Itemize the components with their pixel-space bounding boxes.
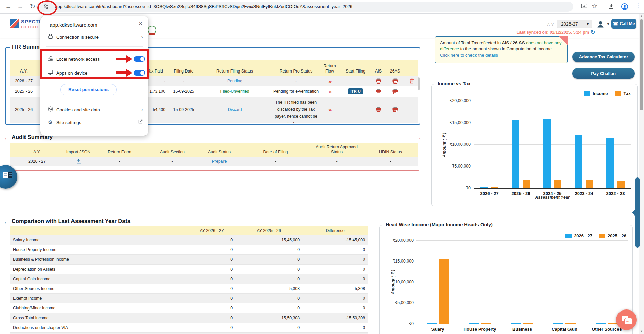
comparison-value-cell: 0 — [188, 255, 235, 264]
itr-cell-action — [405, 97, 418, 123]
bar-2026-27-Salary — [427, 323, 437, 324]
screen: ← → ↻ app.kdksoftware.com/itr/dashboard?… — [0, 0, 644, 334]
scroll-down-icon[interactable]: ▼ — [639, 330, 644, 333]
itr-cell-return-flow[interactable]: ››› — [319, 76, 340, 86]
back-icon[interactable]: ← — [4, 2, 13, 11]
legend-swatch — [599, 234, 605, 238]
pay-challan-button[interactable]: Pay Challan — [572, 68, 635, 79]
chevron-down-icon: ▼ — [586, 20, 589, 28]
bar-2026-27-Business — [511, 323, 521, 324]
comparison-value-cell: 0 — [302, 294, 368, 303]
menu-kebab-icon[interactable]: ⋮ — [635, 2, 641, 9]
bar-2025-26-OtherSources — [608, 323, 618, 324]
reset-permissions-button[interactable]: Reset permissions — [60, 84, 117, 95]
ais-pdf-icon[interactable] — [371, 86, 385, 97]
form26as-pdf-icon[interactable] — [385, 86, 405, 97]
itr-u-badge[interactable]: ITR-U — [348, 88, 363, 94]
comparison-table-row: Business & Profession Income000 — [10, 255, 368, 265]
gridline — [474, 188, 631, 189]
comparison-row-label: Business & Profession Income — [10, 255, 188, 264]
form26as-pdf-icon[interactable] — [385, 97, 405, 123]
user-avatar[interactable] — [596, 20, 605, 29]
audit-cell-udin: - — [363, 157, 418, 166]
chevrons-icon[interactable]: ››› — [328, 89, 331, 94]
chevrons-icon[interactable]: ››› — [328, 107, 331, 113]
chat-icon: ... — [625, 318, 632, 324]
bar-2026-27-HouseProperty — [469, 323, 479, 324]
audit-header-cell: UDIN Status — [363, 143, 418, 157]
page-scrollbar[interactable]: ▲ ▼ — [639, 13, 644, 334]
itr-cell-return-flow[interactable]: ››› — [319, 97, 340, 123]
cookies-row[interactable]: Cookies and site data › — [40, 104, 148, 115]
itr-cell-return-flow[interactable]: ››› — [319, 86, 340, 97]
comparison-value-cell: 0 — [235, 323, 302, 332]
itr-cell-status-link[interactable]: Discard — [197, 97, 273, 123]
scroll-up-icon[interactable]: ▲ — [639, 14, 644, 18]
govt-emblem-icon — [148, 26, 156, 34]
assessment-year-select[interactable]: 2026-27 ▼ — [557, 20, 592, 28]
chart-legend: 2026 - 272025 - 26 — [565, 233, 626, 238]
audit-table-row: 2026 - 27--Prepare--- — [10, 157, 418, 166]
chevrons-icon[interactable]: ››› — [328, 78, 331, 84]
ais-pdf-icon[interactable] — [371, 76, 385, 86]
comparison-value-cell: 0 — [188, 323, 235, 332]
advance-tax-calculator-button[interactable]: Advance Tax Calculator — [572, 52, 635, 62]
comparison-value-cell: 15,45,000 — [235, 235, 302, 245]
itr-header-cell: Return Filing Status — [197, 60, 273, 76]
comparison-value-cell: 0 — [188, 265, 235, 274]
bar-2025-26-CapitalGain — [565, 323, 576, 324]
y-tick-label: ₹5,00,000 — [384, 300, 414, 305]
delete-icon[interactable] — [405, 76, 418, 86]
table-scrollbar[interactable] — [418, 77, 420, 90]
audit-cell-date: - — [240, 157, 311, 166]
profile-icon[interactable] — [621, 3, 628, 12]
y-axis-title: Amount ( ₹ ) — [390, 270, 395, 294]
side-panel-handle[interactable] — [635, 177, 640, 248]
legend-label: 2026 - 27 — [574, 233, 592, 238]
reload-icon[interactable]: ↻ — [28, 2, 37, 11]
x-category-label: House Property — [460, 327, 500, 332]
comparison-value-cell: 0 — [302, 255, 368, 264]
itr-header-cell: Start Filing — [340, 60, 371, 76]
comparison-table-row: Gross Total Income015,50,308-15,50,308 — [10, 313, 368, 323]
scroll-thumb[interactable] — [640, 19, 643, 110]
downloads-icon[interactable] — [608, 3, 615, 11]
prepare-link[interactable]: Prepare — [198, 157, 240, 166]
legend-swatch — [565, 234, 572, 238]
legend-label: Income — [593, 91, 608, 96]
import-json-upload-icon[interactable] — [64, 157, 93, 166]
itr-cell-status-link[interactable]: Filed-Unverified — [197, 86, 273, 97]
bar-Income-2025-26 — [512, 120, 519, 188]
itr-cell-status-link[interactable]: Pending — [197, 76, 273, 86]
comparison-value-cell: 0 — [188, 303, 235, 313]
bookmark-star-icon[interactable]: ☆ — [592, 2, 598, 10]
audit-cell-ay: 2026 - 27 — [10, 157, 64, 166]
sync-refresh-icon[interactable]: ↻ — [591, 29, 595, 35]
audit-header-cell: Audit Status — [198, 143, 240, 157]
y-tick-label: ₹0 — [384, 321, 414, 326]
itr-cell-start-filing — [340, 76, 371, 86]
call-me-button[interactable]: ☎ Call Me — [611, 19, 636, 29]
close-icon[interactable]: × — [139, 20, 142, 27]
check-details-link[interactable]: Click here to check the details — [440, 53, 498, 58]
chart-title: Head Wise Income (Major Income Heads Onl… — [384, 222, 495, 227]
chevron-down-icon[interactable]: ▼ — [607, 22, 610, 26]
book-cover-icon — [8, 172, 12, 178]
site-settings-row[interactable]: ⚙ Site settings — [40, 116, 148, 128]
comparison-row-label: House Property Income — [10, 245, 188, 254]
itr-cell-action — [405, 86, 418, 97]
comparison-header-cell — [10, 226, 188, 235]
form26as-pdf-icon[interactable] — [385, 76, 405, 86]
y-tick-label: ₹20,00,000 — [441, 98, 471, 103]
comparison-value-cell: 0 — [302, 274, 368, 284]
comparison-table-row: Depreciation on Assets000 — [10, 265, 368, 274]
ais-pdf-icon[interactable] — [371, 97, 385, 123]
comparison-row-label: Deductions under chapter VIA — [10, 323, 188, 332]
chat-fab-button[interactable]: ... — [616, 309, 637, 330]
forward-icon[interactable]: → — [16, 2, 25, 11]
connection-secure-row[interactable]: Connection is secure › — [40, 31, 148, 43]
address-bar[interactable]: app.kdksoftware.com/itr/dashboard?assess… — [36, 2, 573, 12]
legend-item: Tax — [615, 91, 631, 96]
install-icon[interactable] — [581, 3, 588, 11]
gear-icon: ⚙ — [47, 119, 54, 125]
